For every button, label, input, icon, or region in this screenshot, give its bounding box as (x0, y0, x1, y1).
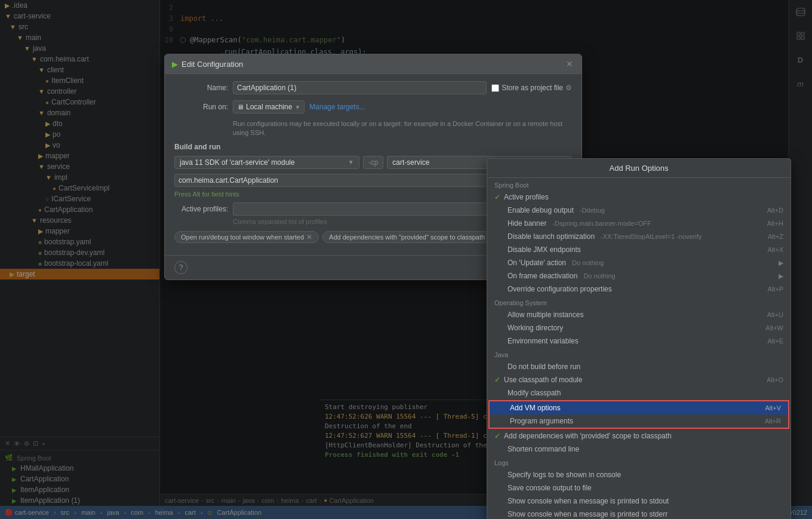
run-option-save-console[interactable]: Save console output to file (487, 481, 791, 495)
option-label: Active profiles (504, 193, 549, 201)
run-option-left: Do not build before run (494, 363, 580, 371)
option-label: Specify logs to be shown in console (508, 471, 621, 479)
option-label: Use classpath of module (504, 376, 582, 384)
option-label: Hide banner (508, 219, 546, 228)
run-option-left: Disable JMX endpoints (494, 245, 581, 254)
run-on-label: Run on: (174, 103, 228, 111)
option-label: Add dependencies with 'provided' scope t… (504, 432, 672, 440)
run-option-override-config[interactable]: Override configuration properties Alt+P (487, 282, 791, 296)
run-option-program-args[interactable]: Program arguments Alt+R (490, 414, 788, 428)
run-options-title: Add Run Options (487, 159, 791, 178)
run-option-modify-classpath[interactable]: Modify classpath (487, 386, 791, 400)
tag-close-button[interactable]: ✕ (306, 233, 312, 241)
check-icon: ✓ (494, 193, 500, 201)
run-config-icon: ▶ (172, 60, 178, 69)
spring-boot-section-label: Spring Boot (487, 178, 791, 191)
run-option-use-classpath[interactable]: ✓ Use classpath of module Alt+O (487, 373, 791, 386)
run-option-left: Save console output to file (494, 484, 592, 492)
option-label: Program arguments (510, 417, 573, 425)
option-label: Override configuration properties (508, 285, 612, 293)
run-option-left: Override configuration properties (494, 285, 612, 293)
shortcut-label: Alt+V (765, 404, 781, 411)
run-option-left: Allow multiple instances (494, 311, 583, 319)
shortcut-label: Alt+X (767, 246, 783, 253)
sdk-dropdown[interactable]: java 11 SDK of 'cart-service' module ▼ (174, 156, 359, 169)
check-icon: ✓ (494, 376, 500, 384)
run-option-left: Disable launch optimization -XX:TieredSt… (494, 232, 702, 241)
option-label: Shorten command line (508, 445, 579, 453)
run-option-working-dir[interactable]: Working directory Alt+W (487, 321, 791, 334)
run-option-show-stderr[interactable]: Show console when a message is printed t… (487, 508, 791, 519)
option-label: Modify classpath (508, 389, 561, 397)
option-suffix: -Ddebug (580, 207, 605, 214)
shortcut-label: Alt+R (765, 417, 781, 425)
run-option-left: Hide banner -Dspring.main.banner-mode=OF… (494, 219, 651, 228)
java-section-label: Java (487, 348, 791, 360)
help-button[interactable]: ? (174, 261, 187, 274)
cp-label: -cp (363, 156, 384, 169)
run-option-left: Shorten command line (494, 445, 579, 453)
run-option-left: ✓ Active profiles (494, 193, 549, 201)
option-label: Working directory (508, 324, 563, 332)
run-option-show-stdout[interactable]: Show console when a message is printed t… (487, 495, 791, 508)
shortcut-label: Alt+W (765, 324, 783, 331)
build-run-section-title: Build and run (174, 143, 572, 151)
option-label: Disable JMX endpoints (508, 245, 581, 254)
shortcut-label: Alt+U (767, 311, 783, 318)
check-icon: ✓ (494, 432, 500, 440)
name-row: Name: Store as project file ⚙ (174, 81, 572, 94)
option-suffix: -Dspring.main.banner-mode=OFF (552, 220, 651, 227)
tag-label: Open run/debug tool window when started (181, 234, 304, 241)
option-label: Show console when a message is printed t… (508, 497, 669, 505)
option-label: Disable launch optimization (508, 232, 595, 241)
run-option-disable-launch[interactable]: Disable launch optimization -XX:TieredSt… (487, 230, 791, 243)
logs-section-label: Logs (487, 456, 791, 468)
run-option-update-action[interactable]: On 'Update' action Do nothing ▶ (487, 256, 791, 269)
run-option-left: Environment variables (494, 337, 579, 345)
run-option-multiple-instances[interactable]: Allow multiple instances Alt+U (487, 308, 791, 321)
run-option-left: Working directory (494, 324, 563, 332)
tag-open-tool-window: Open run/debug tool window when started … (174, 231, 319, 243)
run-option-add-vm[interactable]: Add VM options Alt+V (490, 401, 788, 414)
add-vm-options-highlight-box: Add VM options Alt+V Program arguments A… (488, 400, 789, 429)
run-option-left: Program arguments (497, 417, 573, 425)
run-option-left: On 'Update' action Do nothing (494, 259, 604, 267)
option-suffix: Do nothing (583, 272, 615, 280)
option-label: Save console output to file (508, 484, 592, 492)
tag-add-dependencies: Add dependencies with "provided" scope t… (322, 231, 500, 243)
manage-targets-link[interactable]: Manage targets... (309, 103, 365, 111)
dialog-header: ▶ Edit Configuration ✕ (165, 54, 582, 74)
run-option-add-deps[interactable]: ✓ Add dependencies with 'provided' scope… (487, 429, 791, 443)
shortcut-label: Alt+D (767, 207, 783, 214)
run-option-left: Enable debug output -Ddebug (494, 206, 605, 214)
option-label: Allow multiple instances (508, 311, 583, 319)
run-option-left: Specify logs to be shown in console (494, 471, 621, 479)
run-option-active-profiles[interactable]: ✓ Active profiles (487, 191, 791, 204)
run-on-dropdown[interactable]: 🖥 Local machine ▼ (233, 100, 304, 113)
run-on-row: Run on: 🖥 Local machine ▼ Manage targets… (174, 100, 572, 113)
run-option-frame-deactivation[interactable]: On frame deactivation Do nothing ▶ (487, 269, 791, 282)
run-option-env-vars[interactable]: Environment variables Alt+E (487, 334, 791, 348)
local-machine-icon: 🖥 (237, 103, 244, 110)
store-gear-icon: ⚙ (565, 84, 572, 92)
arrow-right-icon: ▶ (779, 272, 783, 280)
run-option-left: Add VM options (497, 404, 561, 412)
active-profiles-label: Active profiles: (174, 205, 228, 213)
run-option-shorten-cmd[interactable]: Shorten command line (487, 443, 791, 456)
shortcut-label: Alt+P (767, 285, 783, 293)
close-dialog-button[interactable]: ✕ (565, 59, 574, 69)
store-project-file-checkbox[interactable] (491, 84, 499, 92)
run-option-disable-jmx[interactable]: Disable JMX endpoints Alt+X (487, 243, 791, 256)
sdk-dropdown-arrow: ▼ (348, 159, 354, 165)
name-input[interactable] (233, 81, 487, 94)
run-option-no-build[interactable]: Do not build before run (487, 360, 791, 373)
option-label: On frame deactivation (508, 272, 577, 280)
run-option-enable-debug[interactable]: Enable debug output -Ddebug Alt+D (487, 204, 791, 217)
run-option-hide-banner[interactable]: Hide banner -Dspring.main.banner-mode=OF… (487, 217, 791, 230)
dropdown-arrow-icon: ▼ (294, 104, 300, 110)
sdk-value: java 11 SDK of 'cart-service' module (180, 158, 295, 167)
run-on-value: Local machine (246, 103, 292, 111)
option-label: Environment variables (508, 337, 579, 345)
run-option-specify-logs[interactable]: Specify logs to be shown in console (487, 468, 791, 481)
arrow-right-icon: ▶ (779, 259, 783, 267)
